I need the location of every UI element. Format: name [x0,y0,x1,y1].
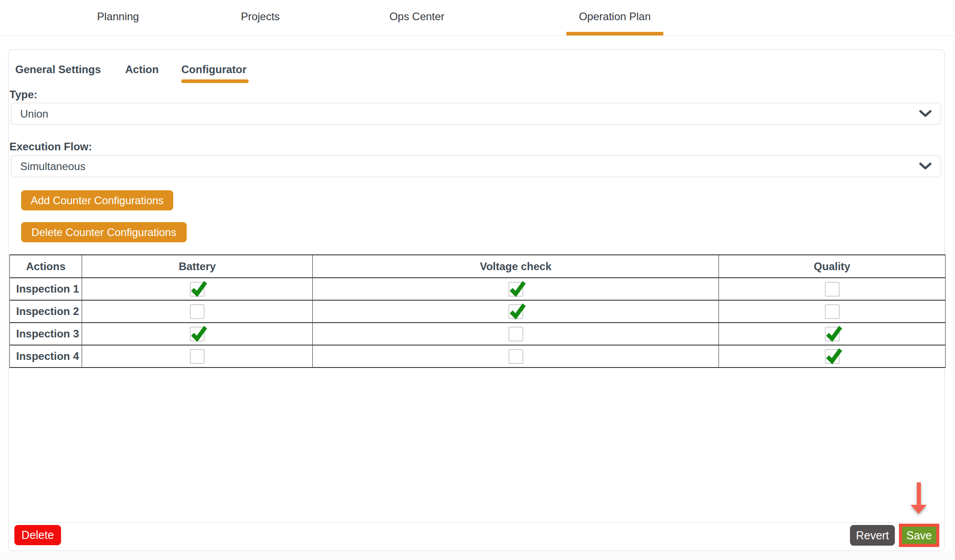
nav-item-ops-center[interactable]: Ops Center [381,0,453,36]
tab-action[interactable]: Action [125,60,159,79]
checkbox-cell [719,278,946,300]
active-tab-underline [566,32,663,35]
type-select[interactable]: Union [11,103,941,125]
active-subtab-underline [181,79,249,83]
tab-label: General Settings [15,63,101,76]
nav-item-planning[interactable]: Planning [87,0,149,36]
row-label: Inspection 1 [10,278,82,300]
table-body: Inspection 1Inspection 2Inspection 3Insp… [10,278,946,368]
tab-configurator[interactable]: Configurator [181,60,246,79]
checkbox-unchecked[interactable] [190,304,205,319]
execution-flow-label: Execution Flow: [9,140,92,153]
check-icon [824,324,844,343]
table-row: Inspection 4 [10,345,946,368]
check-icon [508,302,527,320]
checkbox-cell [719,345,946,368]
type-select-value: Union [20,108,48,120]
page-bottom-strip [0,551,955,560]
checkbox-unchecked[interactable] [508,349,523,364]
checkbox-cell [82,278,313,300]
checkbox-unchecked[interactable] [190,349,205,364]
chevron-down-icon [919,110,932,118]
tab-general-settings[interactable]: General Settings [15,60,101,79]
nav-item-operation-plan[interactable]: Operation Plan [566,0,663,36]
nav-item-label: Ops Center [390,10,445,23]
operation-plan-panel: General Settings Action Configurator Typ… [8,49,945,551]
configuration-table: Actions Battery Voltage check Quality In… [9,254,946,368]
add-counter-configurations-button[interactable]: Add Counter Configurations [21,190,173,210]
checkbox-cell [82,300,313,323]
check-icon [189,324,209,343]
checkbox-cell [82,323,313,345]
row-label: Inspection 4 [10,345,82,368]
top-navigation: Planning Projects Ops Center Operation P… [0,0,955,36]
execution-flow-select[interactable]: Simultaneous [11,155,941,177]
delete-counter-configurations-button[interactable]: Delete Counter Configurations [21,222,187,242]
checkbox-unchecked[interactable] [825,282,840,297]
column-header-battery: Battery [82,255,313,278]
checkbox-checked[interactable] [190,327,205,341]
check-icon [824,346,844,365]
checkbox-cell [719,300,946,323]
nav-item-label: Planning [97,10,139,23]
checkbox-checked[interactable] [825,349,840,364]
checkbox-checked[interactable] [825,327,840,341]
checkbox-cell [82,345,313,368]
column-header-voltage-check: Voltage check [313,255,719,278]
column-header-quality: Quality [719,255,946,278]
checkbox-cell [313,345,719,368]
table-row: Inspection 3 [10,323,946,345]
table-header-row: Actions Battery Voltage check Quality [10,255,946,278]
checkbox-unchecked[interactable] [508,327,523,341]
footer-divider [9,522,944,523]
annotation-highlight: Save [899,524,939,547]
nav-item-projects[interactable]: Projects [229,0,292,36]
table-row: Inspection 2 [10,300,946,323]
tab-label: Action [125,63,159,76]
tab-label: Configurator [181,63,246,76]
column-header-actions: Actions [10,255,82,278]
check-icon [508,279,527,298]
nav-item-label: Operation Plan [579,10,651,23]
revert-button[interactable]: Revert [850,525,895,546]
delete-button[interactable]: Delete [14,525,61,545]
row-label: Inspection 2 [10,300,82,323]
checkbox-unchecked[interactable] [825,304,840,319]
checkbox-cell [313,300,719,323]
execution-flow-select-value: Simultaneous [20,160,85,173]
chevron-down-icon [919,162,932,170]
table-row: Inspection 1 [10,278,946,300]
checkbox-checked[interactable] [508,282,523,297]
check-icon [189,279,209,298]
save-button[interactable]: Save [902,527,936,544]
checkbox-cell [313,278,719,300]
checkbox-checked[interactable] [508,304,523,319]
nav-item-label: Projects [241,10,280,23]
checkbox-cell [313,323,719,345]
row-label: Inspection 3 [10,323,82,345]
checkbox-checked[interactable] [190,282,205,297]
checkbox-cell [719,323,946,345]
type-label: Type: [9,88,37,101]
